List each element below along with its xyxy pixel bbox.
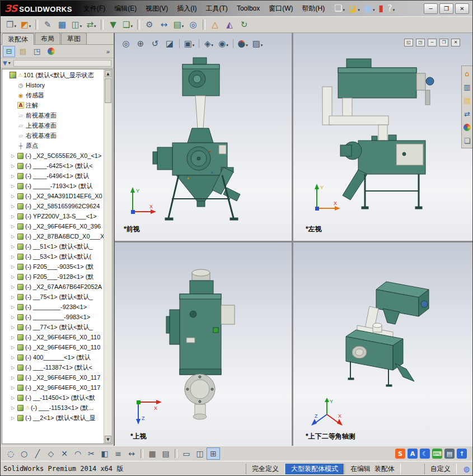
single-view-button[interactable]: ▭ — [180, 447, 193, 460]
separator[interactable] — [101, 20, 104, 30]
expand-arrow-icon[interactable] — [11, 305, 17, 310]
design-table-button[interactable]: ▦ — [55, 18, 69, 31]
ime-toolbar-icon[interactable]: ▤ — [444, 449, 455, 459]
filter-dropdown-icon[interactable]: ▾ — [8, 60, 11, 66]
tile-horizontal-button[interactable]: ◱ — [404, 39, 413, 46]
home-icon[interactable]: ⌂ — [462, 68, 472, 79]
expand-arrow-icon[interactable] — [11, 244, 17, 249]
tree-item[interactable]: 原点 — [2, 141, 104, 151]
panel-tab[interactable]: 布局 — [35, 32, 60, 44]
configurationmanager-icon[interactable]: ◳ — [31, 46, 43, 57]
filter-input[interactable] — [13, 60, 111, 67]
tree-item[interactable]: (-) __-11450<1> (默认<默 — [2, 393, 104, 403]
rebuild-button[interactable]: ↻ — [237, 18, 251, 31]
expand-arrow-icon[interactable] — [11, 274, 17, 279]
tree-item[interactable]: (-) _X2_96F64EF6_X0_396 — [2, 221, 104, 231]
viewport-top[interactable]: X Z *上视 — [115, 242, 292, 446]
separator[interactable] — [137, 20, 140, 30]
tree-item[interactable]: (-) YPZ200V_13-S___<1> — [2, 211, 104, 221]
featuremanager-tree-icon[interactable]: ⊟ — [3, 46, 15, 57]
expand-arrow-icon[interactable] — [11, 254, 17, 259]
hide-show-items-button[interactable]: ◉ — [217, 38, 230, 50]
apply-scene-button[interactable]: ▨ — [251, 38, 264, 50]
design-library-icon[interactable]: ▥ — [462, 81, 472, 92]
tree-item[interactable]: (-) ___-11387<1> (默认< — [2, 362, 104, 372]
tree-item[interactable]: (-) _X2_96F64EF6_X0_110 — [2, 332, 104, 342]
expand-arrow-icon[interactable] — [11, 204, 17, 209]
expand-arrow-icon[interactable] — [11, 345, 17, 350]
expand-arrow-icon[interactable] — [11, 194, 17, 199]
expand-arrow-icon[interactable] — [11, 214, 17, 219]
tree-item[interactable]: (-) _________-9983<1> — [2, 312, 104, 322]
panel-tab[interactable]: 装配体 — [2, 33, 34, 45]
tree-item[interactable]: (-) _X2_5851659962C9624 — [2, 201, 104, 211]
menu-item[interactable]: 视图(V) — [141, 1, 172, 16]
expand-arrow-icon[interactable] — [11, 365, 17, 370]
tree-item[interactable]: 传感器 — [2, 90, 104, 100]
expand-arrow-icon[interactable] — [11, 224, 17, 229]
tree-scrollbar[interactable]: ▲ ▼ — [104, 69, 112, 444]
expand-arrow-icon[interactable] — [11, 164, 17, 169]
tree-item[interactable]: (-) F205___-9128<1> (默 — [2, 272, 104, 282]
menu-item[interactable]: Toolbox — [232, 1, 264, 16]
interference-detection-button[interactable]: ◭ — [222, 18, 237, 31]
zoom-fit-button[interactable]: ◎ — [119, 38, 133, 50]
snap-button[interactable]: ▤ — [159, 447, 172, 460]
grid-button[interactable]: ▦ — [146, 447, 159, 460]
trim-tool-button[interactable]: ✂ — [85, 447, 98, 460]
screen-capture-button[interactable]: ❒ — [4, 18, 18, 31]
tree-item[interactable]: (-) __77<1> (默认<默认_ — [2, 322, 104, 332]
expand-arrow-icon[interactable] — [11, 174, 17, 179]
night-mode-icon[interactable]: ☾ — [420, 449, 430, 459]
scroll-thumb[interactable] — [105, 78, 111, 103]
tree-item[interactable]: (-) ___-11513<1> (默... — [2, 403, 104, 413]
rectangle-tool-button[interactable]: ◇ — [44, 447, 58, 460]
separator[interactable] — [35, 20, 38, 30]
exploded-view-button[interactable]: △ — [208, 18, 222, 31]
appearances-button[interactable]: ◩ — [18, 18, 33, 31]
display-style-button[interactable]: ◈ — [202, 38, 216, 50]
expand-arrow-icon[interactable] — [11, 234, 17, 239]
tree-item[interactable]: 前视基准面 — [2, 110, 104, 120]
select-tool-button[interactable]: ◌ — [4, 447, 17, 460]
expand-arrow-icon[interactable] — [11, 264, 17, 269]
tree-item[interactable]: (-) ____-6496<1> (默认 — [2, 171, 104, 181]
dimension-tool-button[interactable]: ↔ — [125, 447, 138, 460]
tree-item[interactable]: (-) 400______<1> (默认 — [2, 352, 104, 362]
section-view-button[interactable]: ◪ — [163, 38, 176, 50]
keyboard-icon[interactable]: ⌨ — [432, 449, 442, 459]
scroll-up-icon[interactable]: ▲ — [105, 70, 111, 77]
circle-tool-button[interactable]: ○ — [17, 447, 31, 460]
appearances-scenes-icon[interactable]: ● — [462, 122, 472, 133]
view-orientation-button[interactable]: ▣ — [182, 38, 196, 50]
menu-item[interactable]: 帮助(H) — [298, 1, 330, 16]
toolbox-icon[interactable]: ⇄ — [462, 108, 472, 119]
tree-item[interactable]: (-) __53<1> (默认<默认( — [2, 251, 104, 262]
close-button[interactable]: ✕ — [455, 3, 469, 14]
tree-item[interactable]: (-) _X2_5C655E26_X0_<1> — [2, 151, 104, 161]
custom-properties-icon[interactable]: ❏ — [462, 135, 472, 146]
menu-item[interactable]: 文件(F) — [79, 1, 110, 16]
tree-item[interactable]: (-) __2<1> (默认<默认_显 — [2, 413, 104, 423]
tree-item[interactable]: (-) _X2_67AA67B64F2052A — [2, 282, 104, 292]
tree-item[interactable]: (-) ________-9238<1> — [2, 302, 104, 312]
previous-view-button[interactable]: ↺ — [148, 38, 162, 50]
expand-arrow-icon[interactable] — [11, 325, 17, 330]
viewport-front[interactable]: Y X *前视 — [115, 33, 292, 241]
menu-item[interactable]: 编辑(E) — [110, 1, 141, 16]
tree-item[interactable]: 上视基准面 — [2, 120, 104, 130]
line-tool-button[interactable]: ╱ — [31, 447, 44, 460]
menu-item[interactable]: 窗口(W) — [264, 1, 297, 16]
propertymanager-icon[interactable]: ▤ — [17, 46, 29, 57]
minimize-button[interactable]: ─ — [424, 3, 438, 14]
minimize-child-button[interactable]: ─ — [428, 39, 437, 46]
expand-arrow-icon[interactable] — [11, 315, 17, 320]
expand-arrow-icon[interactable] — [11, 405, 17, 410]
language-icon[interactable]: A — [408, 449, 418, 459]
delete-tool-button[interactable]: ✕ — [58, 447, 71, 460]
status-indicator-icon[interactable]: ▮ — [377, 2, 385, 15]
display-states-button[interactable]: ◫ — [69, 18, 84, 31]
scroll-down-icon[interactable]: ▼ — [105, 436, 111, 443]
offset-tool-button[interactable]: ≡ — [111, 447, 125, 460]
help-icon[interactable]: ? — [386, 2, 396, 15]
